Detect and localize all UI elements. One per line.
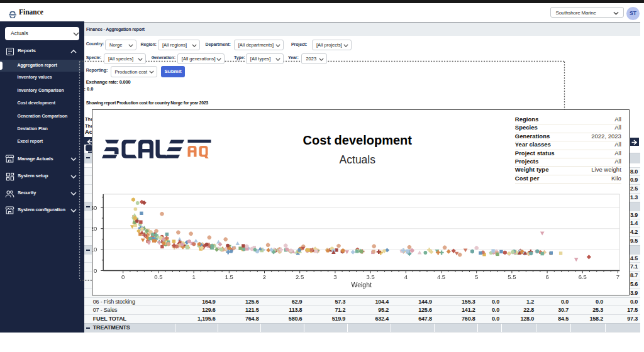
svg-text:2.5: 2.5 [296, 273, 304, 280]
svg-text:6.5: 6.5 [579, 273, 587, 280]
svg-text:5: 5 [475, 273, 478, 280]
svg-text:4.5: 4.5 [437, 273, 445, 280]
svg-text:20: 20 [92, 225, 97, 232]
svg-text:0: 0 [121, 273, 125, 280]
svg-text:10: 10 [92, 246, 97, 253]
svg-text:5.5: 5.5 [508, 273, 516, 280]
svg-text:6: 6 [545, 273, 548, 280]
svg-text:0: 0 [94, 267, 97, 273]
svg-text:1.5: 1.5 [225, 273, 233, 280]
svg-text:0.5: 0.5 [154, 273, 162, 280]
svg-text:Weight: Weight [351, 280, 372, 288]
svg-text:3.5: 3.5 [366, 273, 374, 280]
svg-text:1: 1 [192, 273, 195, 280]
svg-text:7: 7 [616, 273, 619, 280]
svg-text:4: 4 [404, 273, 408, 280]
svg-text:2: 2 [263, 273, 266, 280]
svg-text:30: 30 [92, 204, 97, 211]
svg-text:3: 3 [333, 273, 336, 280]
